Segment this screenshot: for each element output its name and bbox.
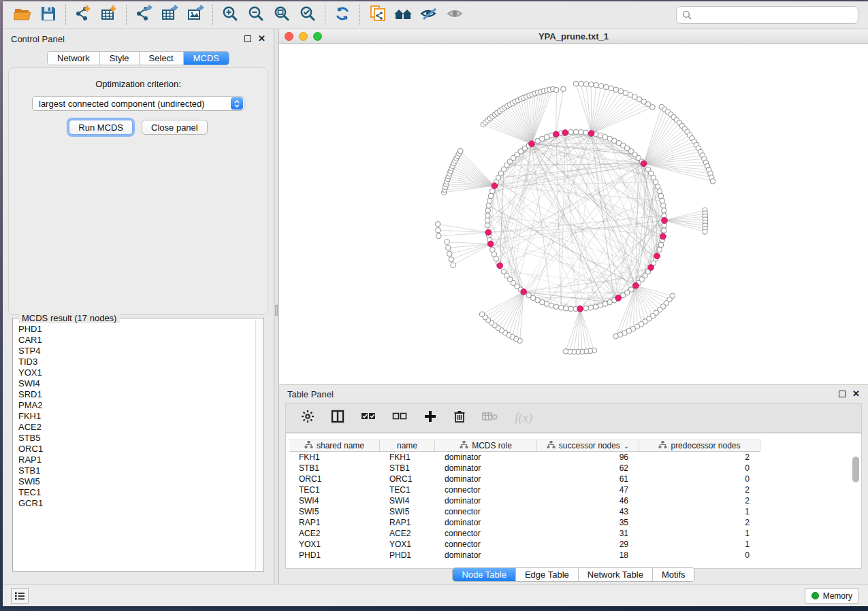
- ring-node[interactable]: [490, 188, 496, 194]
- ring-node[interactable]: [485, 213, 490, 218]
- satellite-node[interactable]: [573, 81, 579, 86]
- tab-style[interactable]: Style: [100, 52, 140, 65]
- satellite-node[interactable]: [458, 148, 464, 154]
- cell-successor-nodes[interactable]: 46: [537, 495, 639, 506]
- cell-successor-nodes[interactable]: 61: [537, 474, 639, 484]
- vertical-splitter[interactable]: [274, 29, 279, 584]
- float-panel-icon[interactable]: [244, 35, 251, 42]
- cell-MCDS-role[interactable]: dominator: [435, 463, 537, 474]
- zoom-in-button[interactable]: [217, 3, 243, 27]
- satellite-node[interactable]: [563, 349, 568, 354]
- mcds-hub-node[interactable]: [529, 141, 535, 147]
- result-node-item[interactable]: TEC1: [15, 487, 254, 498]
- cell-name[interactable]: PHD1: [380, 550, 435, 561]
- satellite-node[interactable]: [609, 86, 614, 91]
- cell-name[interactable]: TEC1: [380, 484, 435, 495]
- task-history-button[interactable]: [11, 588, 29, 604]
- cell-successor-nodes[interactable]: 96: [537, 452, 639, 463]
- table-row[interactable]: ORC1ORC1dominator610: [289, 474, 760, 484]
- run-mcds-button[interactable]: Run MCDS: [69, 120, 133, 135]
- ring-node[interactable]: [485, 223, 490, 229]
- cell-predecessor-nodes[interactable]: 0: [639, 550, 760, 561]
- mcds-hub-node[interactable]: [660, 233, 666, 240]
- ring-node[interactable]: [588, 305, 594, 310]
- result-node-item[interactable]: FKH1: [15, 411, 254, 422]
- ring-node[interactable]: [660, 198, 665, 203]
- network-canvas[interactable]: [279, 44, 868, 384]
- mcds-hub-node[interactable]: [588, 131, 594, 137]
- table-row[interactable]: SWI4SWI4dominator462: [289, 495, 760, 506]
- satellite-node[interactable]: [613, 333, 619, 339]
- ring-node[interactable]: [485, 208, 491, 214]
- cell-shared-name[interactable]: ORC1: [289, 474, 380, 484]
- show-all-button[interactable]: [442, 3, 468, 27]
- ring-node[interactable]: [558, 305, 564, 310]
- cell-name[interactable]: STB1: [380, 463, 435, 474]
- ring-node[interactable]: [661, 228, 666, 233]
- column-header-predecessor-nodes[interactable]: predecessor nodes: [639, 440, 760, 451]
- mcds-hub-node[interactable]: [633, 283, 639, 289]
- import-table-button[interactable]: [96, 3, 122, 27]
- mcds-hub-node[interactable]: [654, 253, 660, 259]
- cell-successor-nodes[interactable]: 35: [537, 517, 639, 528]
- cell-MCDS-role[interactable]: connector: [435, 528, 537, 539]
- cell-successor-nodes[interactable]: 62: [537, 463, 639, 474]
- cell-shared-name[interactable]: SWI5: [289, 506, 380, 517]
- cell-predecessor-nodes[interactable]: 0: [639, 474, 760, 484]
- ring-node[interactable]: [501, 269, 507, 274]
- ring-node[interactable]: [564, 306, 569, 311]
- ring-node[interactable]: [579, 129, 584, 135]
- cell-successor-nodes[interactable]: 47: [537, 484, 639, 495]
- zoom-out-button[interactable]: [243, 3, 269, 27]
- zoom-selected-button[interactable]: [295, 3, 321, 27]
- tab-mcds[interactable]: MCDS: [184, 52, 229, 65]
- cell-predecessor-nodes[interactable]: 2: [639, 517, 760, 528]
- cell-MCDS-role[interactable]: dominator: [435, 517, 537, 528]
- cell-MCDS-role[interactable]: dominator: [435, 452, 537, 463]
- table-row[interactable]: YOX1YOX1connector291: [289, 539, 760, 550]
- tab-network-table[interactable]: Network Table: [579, 568, 653, 581]
- cell-MCDS-role[interactable]: dominator: [435, 474, 537, 484]
- cell-MCDS-role[interactable]: connector: [435, 506, 537, 517]
- ring-node[interactable]: [573, 129, 579, 135]
- export-image-button[interactable]: [182, 3, 208, 27]
- table-row[interactable]: ACE2ACE2connector311: [289, 528, 760, 539]
- satellite-node[interactable]: [435, 222, 440, 227]
- satellite-node[interactable]: [710, 179, 716, 184]
- cell-predecessor-nodes[interactable]: 1: [639, 506, 760, 517]
- table-row[interactable]: FKH1FKH1dominator962: [289, 452, 760, 463]
- cell-shared-name[interactable]: YOX1: [289, 539, 380, 550]
- result-node-item[interactable]: STB5: [15, 433, 254, 444]
- cell-name[interactable]: SWI4: [380, 495, 435, 506]
- mcds-hub-node[interactable]: [497, 263, 503, 269]
- cell-MCDS-role[interactable]: connector: [435, 484, 537, 495]
- network-graph[interactable]: [279, 44, 868, 383]
- satellite-node[interactable]: [436, 227, 441, 233]
- result-node-item[interactable]: PMA2: [15, 400, 254, 411]
- satellite-node[interactable]: [618, 88, 624, 94]
- mcds-hub-node[interactable]: [662, 218, 668, 224]
- mcds-hub-node[interactable]: [492, 183, 498, 189]
- tab-node-table[interactable]: Node Table: [453, 568, 516, 581]
- satellite-node[interactable]: [449, 257, 454, 263]
- table-row[interactable]: RAP1RAP1dominator352: [289, 517, 760, 528]
- mcds-hub-node[interactable]: [562, 130, 568, 136]
- satellite-node[interactable]: [703, 229, 708, 235]
- satellite-node[interactable]: [554, 87, 560, 93]
- ring-node[interactable]: [568, 306, 574, 312]
- zoom-fit-button[interactable]: [269, 3, 295, 27]
- ring-node[interactable]: [583, 130, 589, 135]
- float-table-panel-icon[interactable]: [839, 391, 846, 397]
- hide-selected-button[interactable]: [416, 3, 442, 27]
- search-input[interactable]: [696, 10, 852, 20]
- close-panel-button[interactable]: Close panel: [142, 120, 208, 135]
- ring-node[interactable]: [490, 247, 496, 252]
- ring-node[interactable]: [487, 198, 493, 203]
- ring-node[interactable]: [583, 306, 589, 311]
- import-network-button[interactable]: [70, 3, 96, 27]
- satellite-node[interactable]: [436, 233, 442, 239]
- satellite-node[interactable]: [561, 86, 566, 92]
- cell-shared-name[interactable]: SWI4: [289, 495, 380, 506]
- cell-name[interactable]: SWI5: [380, 506, 435, 517]
- cell-MCDS-role[interactable]: dominator: [435, 495, 537, 506]
